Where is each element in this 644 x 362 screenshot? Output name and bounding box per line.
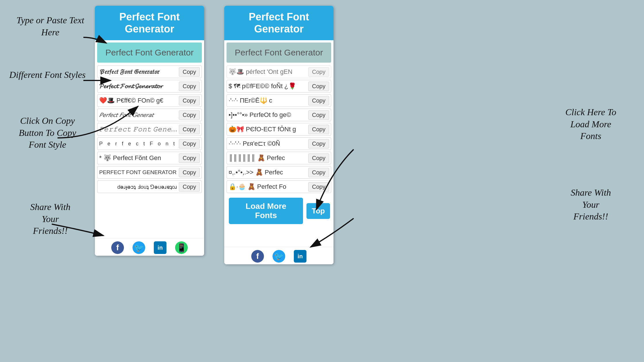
bottom-action-row: Load More Fonts Top xyxy=(227,195,331,227)
twitter-icon[interactable]: 🐦 xyxy=(133,241,145,254)
copy-button[interactable]: Copy xyxy=(179,96,200,105)
phone-right-header: Perfect Font Generator xyxy=(224,6,334,40)
copy-button[interactable]: Copy xyxy=(308,96,329,105)
font-text: 🐺🎩 pérfect 'Ont gEN xyxy=(229,68,306,76)
font-text: PERFECT FONT GENERATOR xyxy=(99,169,177,176)
font-text: ɹoʇɐɹǝuǝ⅁ ʇuoℲ ʇɔǝɟɹǝd xyxy=(99,184,177,190)
font-text: ║║║║║║ 🧸 Perfec xyxy=(229,154,306,162)
font-text: ❤️🎩 P€ff€© FOn© g€ xyxy=(99,97,177,104)
font-row: P e r f e c t F o n t Copy xyxy=(97,137,202,150)
copy-button[interactable]: Copy xyxy=(179,153,200,163)
font-text: 𝘗𝘦𝘳𝘧𝘦𝘤𝘵 𝘍𝘰𝘯𝘵 𝘎𝘦𝘯𝘦𝘳𝘢𝘵 xyxy=(99,111,177,119)
font-row: 🎃🎀 PЄfО-ЕCT fÔNt g Copy xyxy=(227,123,331,136)
top-button[interactable]: Top xyxy=(306,203,330,219)
annotation-different-fonts: Different Font Styles xyxy=(3,69,92,81)
phone-right: Perfect Font Generator 🐺🎩 pérfect 'Ont g… xyxy=(224,6,334,264)
font-text: $ 🗺 p©fFE©© foÑt ¿🌹 xyxy=(229,82,306,90)
copy-button[interactable]: Copy xyxy=(308,153,329,163)
font-row: ║║║║║║ 🧸 Perfec Copy xyxy=(227,152,331,164)
linkedin-icon[interactable]: in xyxy=(294,250,306,263)
font-row: ·'··'·'· Pεя'е⊏τ ©0Ñ Copy xyxy=(227,137,331,150)
text-input-left[interactable] xyxy=(97,43,202,63)
copy-button[interactable]: Copy xyxy=(179,139,200,149)
font-text: ·'··'·'· Pεя'е⊏τ ©0Ñ xyxy=(229,140,306,147)
copy-button[interactable]: Copy xyxy=(179,82,200,91)
copy-button[interactable]: Copy xyxy=(308,168,329,177)
annotation-click-copy: Click On CopyButton To CopyFont Style xyxy=(3,115,92,151)
font-row: ɹoʇɐɹǝuǝ⅁ ʇuoℲ ʇɔǝɟɹǝd Copy xyxy=(97,180,202,193)
phone-left-content: 𝔓𝔢𝔯𝔣𝔢𝔠𝔱 𝔉𝔬𝔫𝔱 𝔊𝔢𝔫𝔢𝔯𝔞𝔱𝔬𝔯 Copy 𝓟𝓮𝓻𝓯𝓮𝓬𝓽 𝓕𝓸𝓷𝓽… xyxy=(95,40,204,238)
phone-left-header: Perfect Font Generator xyxy=(95,6,204,40)
annotation-share-left: Share WithYourFriends!! xyxy=(9,201,92,237)
font-text: ¤,.•°•,.>> 🧸 Perfec xyxy=(229,169,306,176)
font-text: 🎃🎀 PЄfО-ЕCT fÔNt g xyxy=(229,126,306,133)
load-more-button[interactable]: Load More Fonts xyxy=(229,198,303,224)
font-row: 𝘗𝘦𝘳𝘧𝘦𝘤𝘵 𝘍𝘰𝘯𝘵 𝘎𝘦𝘯𝘦𝘳𝘢𝘵 Copy xyxy=(97,109,202,121)
phone-right-content: 🐺🎩 pérfect 'Ont gEN Copy $ 🗺 p©fFE©© foÑ… xyxy=(224,40,334,247)
font-row: 𝓟𝓮𝓻𝓯𝓮𝓬𝓽 𝓕𝓸𝓷𝓽 𝓖𝓮𝓷𝓮𝓻𝓪𝓽𝓸𝓻 Copy xyxy=(97,80,202,93)
font-text: •]••°°•» PεrfeОt fo ge© xyxy=(229,111,306,119)
annotation-type-paste: Type or Paste Text Here xyxy=(9,14,92,38)
copy-button[interactable]: Copy xyxy=(179,168,200,177)
font-row: * 🐺 Perfect Fŏnt Gen Copy xyxy=(97,152,202,164)
font-row: 𝙿𝚎𝚛𝚏𝚎𝚌𝚝 𝙵𝚘𝚗𝚝 𝙶𝚎𝚗𝚎𝚛𝚊𝚝𝚘 Copy xyxy=(97,123,202,136)
font-row: 𝔓𝔢𝔯𝔣𝔢𝔠𝔱 𝔉𝔬𝔫𝔱 𝔊𝔢𝔫𝔢𝔯𝔞𝔱𝔬𝔯 Copy xyxy=(97,66,202,78)
annotation-share-right: Share WithYourFriends!! xyxy=(546,187,635,223)
copy-button[interactable]: Copy xyxy=(308,110,329,120)
copy-button[interactable]: Copy xyxy=(308,125,329,134)
annotation-click-load: Click Here ToLoad MoreFonts xyxy=(546,106,635,142)
text-input-right[interactable] xyxy=(227,43,331,63)
linkedin-icon[interactable]: in xyxy=(154,241,166,254)
font-text: P e r f e c t F o n t xyxy=(99,141,177,147)
font-row: PERFECT FONT GENERATOR Copy xyxy=(97,166,202,179)
font-text: 𝓟𝓮𝓻𝓯𝓮𝓬𝓽 𝓕𝓸𝓷𝓽 𝓖𝓮𝓷𝓮𝓻𝓪𝓽𝓸𝓻 xyxy=(99,82,177,90)
font-row: ·'··'· ΠΕr©Ē🔱 c Copy xyxy=(227,94,331,107)
facebook-icon[interactable]: f xyxy=(251,250,264,263)
font-row: ❤️🎩 P€ff€© FOn© g€ Copy xyxy=(97,94,202,107)
font-row: 🔒·🧁 🧸 Perfect Fо Copy xyxy=(227,180,331,193)
copy-button[interactable]: Copy xyxy=(179,110,200,120)
copy-button[interactable]: Copy xyxy=(308,182,329,192)
font-row: $ 🗺 p©fFE©© foÑt ¿🌹 Copy xyxy=(227,80,331,93)
font-row: 🐺🎩 pérfect 'Ont gEN Copy xyxy=(227,66,331,78)
font-text: * 🐺 Perfect Fŏnt Gen xyxy=(99,154,177,162)
font-row: ¤,.•°•,.>> 🧸 Perfec Copy xyxy=(227,166,331,179)
copy-button[interactable]: Copy xyxy=(179,182,200,192)
twitter-icon[interactable]: 🐦 xyxy=(273,250,285,263)
font-text: 🔒·🧁 🧸 Perfect Fо xyxy=(229,183,306,190)
font-row: •]••°°•» PεrfeОt fo ge© Copy xyxy=(227,109,331,121)
copy-button[interactable]: Copy xyxy=(308,82,329,91)
font-text: 𝙿𝚎𝚛𝚏𝚎𝚌𝚝 𝙵𝚘𝚗𝚝 𝙶𝚎𝚗𝚎𝚛𝚊𝚝𝚘 xyxy=(99,126,177,133)
copy-button[interactable]: Copy xyxy=(179,125,200,134)
copy-button[interactable]: Copy xyxy=(308,139,329,149)
whatsapp-icon[interactable]: 📱 xyxy=(175,241,188,254)
phone-left: Perfect Font Generator 𝔓𝔢𝔯𝔣𝔢𝔠𝔱 𝔉𝔬𝔫𝔱 𝔊𝔢𝔫𝔢… xyxy=(95,6,204,256)
font-text: ·'··'· ΠΕr©Ē🔱 c xyxy=(229,97,306,104)
copy-button[interactable]: Copy xyxy=(179,67,200,77)
copy-button[interactable]: Copy xyxy=(308,67,329,77)
social-bar-left: f 🐦 in 📱 xyxy=(95,238,204,256)
facebook-icon[interactable]: f xyxy=(111,241,124,254)
social-bar-right: f 🐦 in xyxy=(224,247,334,264)
font-text: 𝔓𝔢𝔯𝔣𝔢𝔠𝔱 𝔉𝔬𝔫𝔱 𝔊𝔢𝔫𝔢𝔯𝔞𝔱𝔬𝔯 xyxy=(99,68,177,76)
